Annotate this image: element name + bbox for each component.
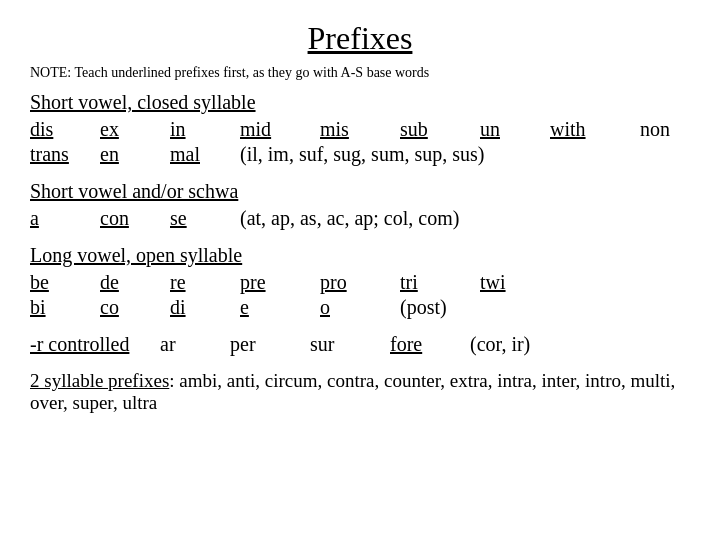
prefix-mid: mid — [240, 118, 320, 141]
prefix-dis: dis — [30, 118, 100, 141]
two-syllable-content: 2 syllable prefixes: ambi, anti, circum,… — [30, 370, 690, 414]
prefix-di: di — [170, 296, 240, 319]
row-closed-2: trans en mal (il, im, suf, sug, sum, sup… — [30, 143, 690, 166]
prefix-il-group: (il, im, suf, sug, sum, sup, sus) — [240, 143, 484, 166]
prefix-in: in — [170, 118, 240, 141]
prefix-a: a — [30, 207, 100, 230]
prefix-mal: mal — [170, 143, 240, 166]
prefix-non: non — [640, 118, 670, 141]
prefix-o: o — [320, 296, 400, 319]
prefix-bi: bi — [30, 296, 100, 319]
prefix-sur: sur — [310, 333, 390, 356]
row-schwa-1: a con se (at, ap, as, ac, ap; col, com) — [30, 207, 690, 230]
section-short-vowel-closed: Short vowel, closed syllable dis ex in m… — [30, 91, 690, 166]
section-heading-closed: Short vowel, closed syllable — [30, 91, 690, 114]
row-closed-1: dis ex in mid mis sub un with non — [30, 118, 690, 141]
prefix-pro: pro — [320, 271, 400, 294]
prefix-sub: sub — [400, 118, 480, 141]
prefix-re: re — [170, 271, 240, 294]
prefix-at-group: (at, ap, as, ac, ap; col, com) — [240, 207, 459, 230]
prefix-with: with — [550, 118, 640, 141]
section-long-vowel-open: Long vowel, open syllable be de re pre p… — [30, 244, 690, 319]
label-r-controlled: -r controlled — [30, 333, 160, 356]
prefix-post-group: (post) — [400, 296, 447, 319]
prefix-con: con — [100, 207, 170, 230]
prefix-co: co — [100, 296, 170, 319]
section-heading-open: Long vowel, open syllable — [30, 244, 690, 267]
page-title: Prefixes — [30, 20, 690, 57]
prefix-cor-group: (cor, ir) — [470, 333, 530, 356]
prefix-be: be — [30, 271, 100, 294]
prefix-pre: pre — [240, 271, 320, 294]
row-open-2: bi co di e o (post) — [30, 296, 690, 319]
section-two-syllable: 2 syllable prefixes: ambi, anti, circum,… — [30, 370, 690, 414]
prefix-en: en — [100, 143, 170, 166]
section-heading-schwa: Short vowel and/or schwa — [30, 180, 690, 203]
label-two-syllable: 2 syllable prefixes — [30, 370, 169, 391]
row-open-1: be de re pre pro tri twi — [30, 271, 690, 294]
prefix-un: un — [480, 118, 550, 141]
prefix-de: de — [100, 271, 170, 294]
prefix-twi: twi — [480, 271, 506, 294]
prefix-trans: trans — [30, 143, 100, 166]
prefix-tri: tri — [400, 271, 480, 294]
note-text: NOTE: Teach underlined prefixes first, a… — [30, 65, 690, 81]
prefix-ar: ar — [160, 333, 230, 356]
row-r-controlled: -r controlled ar per sur fore (cor, ir) — [30, 333, 690, 356]
prefix-ex: ex — [100, 118, 170, 141]
section-short-vowel-schwa: Short vowel and/or schwa a con se (at, a… — [30, 180, 690, 230]
prefix-mis: mis — [320, 118, 400, 141]
prefix-se: se — [170, 207, 240, 230]
prefix-e: e — [240, 296, 320, 319]
prefix-per: per — [230, 333, 310, 356]
section-r-controlled: -r controlled ar per sur fore (cor, ir) — [30, 333, 690, 356]
prefix-fore: fore — [390, 333, 470, 356]
